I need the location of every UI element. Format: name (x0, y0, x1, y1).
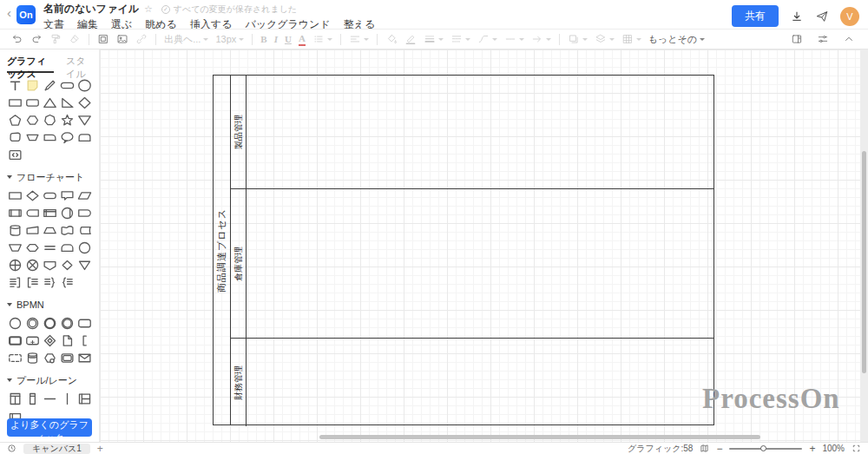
transaction-shape[interactable] (58, 350, 76, 366)
add-canvas-button[interactable]: + (97, 444, 103, 453)
collapse-toolbar-icon[interactable] (840, 32, 858, 46)
vertical-pool-shape[interactable] (7, 391, 24, 407)
blob-shape[interactable] (7, 129, 24, 146)
processon-logo[interactable]: On (16, 5, 36, 24)
lane-content[interactable] (247, 339, 713, 426)
triangle-shape[interactable] (42, 95, 59, 111)
half-rounded-shape[interactable] (58, 240, 76, 256)
grid-icon[interactable] (619, 32, 644, 46)
download-icon[interactable] (790, 10, 804, 23)
back-icon[interactable]: ‹ (7, 2, 16, 23)
double-line-shape[interactable] (42, 240, 59, 256)
manual-operation-shape[interactable] (24, 222, 42, 239)
format-painter-icon[interactable] (47, 32, 64, 46)
message-shape[interactable] (76, 350, 93, 366)
trapezoid-shape[interactable] (42, 222, 59, 239)
lane-label-column[interactable]: 財務管理 (231, 339, 247, 426)
right-triangle-shape[interactable] (58, 95, 76, 111)
display-shape[interactable] (42, 257, 59, 273)
hexagon-shape[interactable] (24, 112, 42, 128)
star-icon[interactable]: ☆ (144, 3, 153, 15)
minimap-icon[interactable] (700, 444, 709, 453)
bold-icon[interactable]: B (258, 33, 269, 46)
italic-icon[interactable]: I (272, 33, 280, 46)
comment-shape[interactable] (58, 188, 76, 204)
line-color-icon[interactable] (402, 32, 419, 46)
predefined-process-shape[interactable] (7, 205, 24, 221)
preparation-shape[interactable] (24, 240, 42, 256)
fill-color-icon[interactable] (383, 32, 400, 46)
sidebar-tab-1[interactable]: スタイル (66, 55, 93, 73)
delay-left-shape[interactable] (24, 205, 42, 221)
document-title[interactable]: 名前のないファイル (43, 2, 139, 16)
section-header-1[interactable]: フローチャート (7, 171, 93, 183)
vertical-lane-shape[interactable] (24, 391, 42, 407)
internal-storage-shape[interactable] (42, 205, 59, 221)
swimlane-0[interactable]: 製品管理 (231, 76, 713, 189)
heptagon-shape[interactable] (42, 112, 59, 128)
zoom-slider[interactable] (729, 448, 802, 450)
line-width-icon[interactable] (421, 32, 446, 46)
dash-icon[interactable] (502, 32, 527, 46)
quarter-round-shape[interactable] (42, 129, 59, 146)
circle-shape[interactable] (76, 240, 93, 256)
layer-icon[interactable] (592, 32, 617, 46)
zoom-in-button[interactable]: + (809, 444, 815, 453)
arrow-icon[interactable] (529, 32, 554, 46)
text-shape[interactable] (7, 77, 24, 94)
conversation-shape[interactable] (42, 350, 59, 366)
send-icon[interactable] (815, 10, 829, 23)
section-header-2[interactable]: BPMN (7, 299, 93, 311)
delay-shape[interactable] (76, 205, 93, 221)
link-icon[interactable] (133, 32, 150, 46)
speech-bubble-shape[interactable] (58, 129, 76, 146)
more-graphics-button[interactable]: より多くのグラフィック (7, 418, 92, 437)
share-button[interactable]: 共有 (732, 5, 779, 27)
ellipse-shape[interactable] (76, 77, 93, 94)
sidebar-tab-0[interactable]: グラフィックス (7, 55, 54, 73)
redo-icon[interactable] (28, 32, 45, 46)
data-store-shape[interactable] (24, 350, 42, 366)
start-event-shape[interactable] (7, 315, 24, 332)
task-shape[interactable] (76, 315, 93, 332)
sub-process-shape[interactable] (24, 332, 42, 349)
swimlane-pool[interactable]: 商品調達プロセス 製品管理倉庫管理財務管理 (213, 75, 714, 425)
pentagon-shape[interactable] (7, 112, 24, 128)
text-list-left-bracket-shape[interactable] (24, 274, 42, 291)
star-shape[interactable] (58, 112, 76, 128)
decision-shape[interactable] (24, 188, 42, 204)
loop-circle-shape[interactable] (58, 205, 76, 221)
rect-shape[interactable] (7, 95, 24, 111)
data-shape[interactable] (76, 188, 93, 204)
stored-data-shape[interactable] (76, 222, 93, 239)
font-family-select[interactable]: 出典ヘ... (161, 32, 211, 47)
eraser-icon[interactable] (66, 32, 83, 46)
list-icon[interactable] (310, 32, 335, 46)
canvas-tab[interactable]: キャンバス1 (23, 444, 90, 454)
vertical-line-shape[interactable] (58, 391, 76, 407)
vertical-scrollbar[interactable] (862, 151, 866, 373)
frame-icon[interactable] (95, 32, 112, 46)
canvas-list-icon[interactable] (7, 444, 16, 453)
section-header-3[interactable]: プール/レーン (7, 374, 93, 386)
intermediate-event-shape[interactable] (24, 315, 42, 332)
summing-junction-shape[interactable] (24, 257, 42, 273)
fullscreen-icon[interactable] (852, 444, 861, 453)
boundary-event-shape[interactable] (58, 315, 76, 332)
or-junction-shape[interactable] (7, 257, 24, 273)
gateway-shape[interactable] (42, 332, 59, 349)
horizontal-line-shape[interactable] (42, 391, 59, 407)
align-icon[interactable] (346, 32, 372, 46)
down-triangle-shape[interactable] (76, 112, 93, 128)
inverted-trapezoid-shape[interactable] (7, 240, 24, 256)
rounded-rect-shape[interactable] (24, 95, 42, 111)
avatar[interactable]: V (840, 7, 859, 26)
lane-label-column[interactable]: 倉庫管理 (231, 189, 247, 338)
line-style-icon[interactable] (448, 32, 473, 46)
small-diamond-shape[interactable] (58, 257, 76, 273)
font-size-select[interactable]: 13px (213, 33, 247, 45)
pen-shape[interactable] (42, 77, 59, 94)
text-list-left-brace-shape[interactable] (58, 274, 76, 291)
canvas[interactable]: 商品調達プロセス 製品管理倉庫管理財務管理 ProcessOn (100, 49, 868, 442)
terminator-shape[interactable] (42, 188, 59, 204)
